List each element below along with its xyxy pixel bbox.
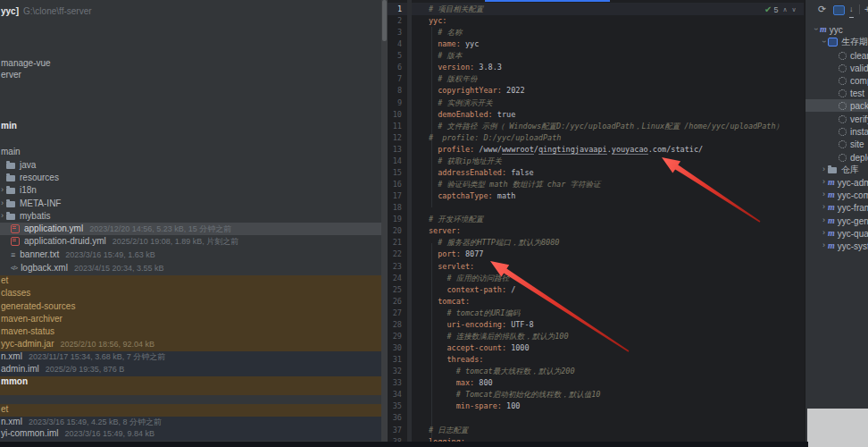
inspections-check-icon: ✔ bbox=[764, 4, 772, 14]
tree-row-et[interactable]: et bbox=[1, 403, 8, 416]
line-number: 5 bbox=[388, 51, 402, 60]
maven-row-validate[interactable]: validate bbox=[839, 62, 868, 74]
chevron-right-icon[interactable]: › bbox=[822, 178, 825, 186]
chevron-right-icon[interactable]: › bbox=[1, 186, 4, 194]
file-timestamp: 2025/2/9 19:35, 876 B bbox=[46, 365, 125, 374]
maven-row-test[interactable]: test bbox=[839, 87, 864, 99]
tree-row-label: yyc-admin.jar bbox=[1, 338, 54, 350]
tree-row-label: min bbox=[1, 120, 17, 132]
tree-row-erver[interactable]: erver bbox=[1, 69, 21, 81]
tree-row-min[interactable]: min bbox=[1, 120, 17, 132]
inspections-widget[interactable]: ✔ 5 ∧ ∨ bbox=[764, 4, 797, 15]
editor[interactable]: 1# 项目相关配置2yyc:3 # 名称4 name: yyc5 # 版本6 v… bbox=[388, 0, 804, 447]
tree-row-yyc-admin-jar[interactable]: yyc-admin.jar2025/2/10 18:56, 92.04 kB bbox=[1, 338, 154, 350]
code-text: captchaType: math bbox=[429, 191, 515, 200]
tree-row-banner-txt[interactable]: ≡banner.txt2023/3/16 15:49, 1.63 kB bbox=[11, 249, 155, 261]
chevron-right-icon[interactable]: › bbox=[822, 203, 825, 211]
folder-icon bbox=[6, 214, 15, 220]
maven-row-deploy[interactable]: deploy bbox=[839, 151, 868, 164]
yaml-file-icon bbox=[11, 224, 20, 233]
chevron-right-icon[interactable]: › bbox=[1, 212, 4, 220]
tree-row-meta-inf[interactable]: ›META-INF bbox=[1, 198, 61, 210]
code-line: 19# 开发环境配置 bbox=[388, 214, 804, 226]
maven-row-package[interactable]: package bbox=[839, 99, 868, 112]
line-number: 35 bbox=[388, 401, 402, 410]
line-number: 21 bbox=[388, 238, 402, 247]
key-token: demoEnabled: bbox=[438, 110, 492, 119]
chevron-down-icon[interactable]: › bbox=[812, 28, 820, 30]
refresh-maven-icon[interactable]: ⟳ bbox=[818, 4, 826, 15]
chevron-right-icon[interactable]: › bbox=[822, 216, 825, 224]
value-token: yyc bbox=[461, 39, 479, 48]
maven-row-yyc-quartz[interactable]: ›myyc-quartz bbox=[822, 227, 868, 240]
maven-row-compile[interactable]: compile bbox=[839, 74, 868, 87]
maven-row-仓库[interactable]: ›仓库 bbox=[822, 164, 859, 176]
tree-row-label: i18n bbox=[20, 184, 37, 197]
maven-row-生存期[interactable]: ›生存期 bbox=[822, 36, 868, 48]
line-number: 27 bbox=[388, 308, 402, 317]
line-number: 1 bbox=[388, 4, 402, 13]
tree-row-application-druid-yml[interactable]: application-druid.yml2025/2/10 19:08, 1.… bbox=[11, 235, 238, 248]
value-token bbox=[429, 110, 438, 119]
chevron-right-icon[interactable]: › bbox=[822, 190, 825, 198]
line-number: 36 bbox=[388, 413, 402, 422]
maven-row-clean[interactable]: clean bbox=[839, 49, 868, 62]
tree-row-java[interactable]: java bbox=[6, 159, 36, 172]
chevron-right-icon[interactable]: › bbox=[1, 199, 4, 207]
code-text: # Tomcat启动初始化的线程数，默认值10 bbox=[429, 390, 600, 401]
tree-row-maven-archiver[interactable]: maven-archiver bbox=[1, 313, 63, 325]
tree-row-manage-vue[interactable]: manage-vue bbox=[1, 57, 51, 70]
tree-row-mmon[interactable]: mmon bbox=[1, 375, 28, 388]
code-line: 23 servlet: bbox=[388, 261, 804, 274]
maven-row-install[interactable]: install bbox=[839, 125, 868, 138]
file-timestamp: 2025/2/10 19:08, 1.89 kB, 片刻之前 bbox=[113, 236, 239, 248]
tree-row-yi-common-iml[interactable]: yi-common.iml2023/3/16 15:49, 9.84 kB bbox=[1, 427, 154, 440]
next-problem-icon[interactable]: ∨ bbox=[792, 6, 797, 13]
line-number: 2 bbox=[388, 16, 402, 25]
tree-row-label: logback.xml bbox=[21, 262, 68, 274]
tree-row-admin-iml[interactable]: admin.iml2025/2/9 19:35, 876 B bbox=[1, 363, 124, 375]
value-token bbox=[429, 332, 447, 341]
maven-row-yyc-common[interactable]: ›myyc-common bbox=[822, 189, 868, 201]
tree-row-main[interactable]: main bbox=[1, 146, 21, 158]
maven-row-yyc-system[interactable]: ›myyc-system bbox=[822, 240, 868, 252]
line-number: 32 bbox=[388, 367, 402, 375]
tree-row-n-xml[interactable]: n.xml2023/3/16 15:49, 4.25 kB, 8 分钟之前 bbox=[1, 416, 162, 428]
maven-row-yyc[interactable]: ›myyc bbox=[814, 23, 843, 36]
modules-icon[interactable] bbox=[833, 5, 845, 15]
maven-row-verify[interactable]: verify bbox=[839, 113, 868, 125]
maven-row-yyc-admin[interactable]: ›myyc-admin bbox=[822, 176, 868, 189]
chevron-down-icon[interactable]: › bbox=[820, 40, 828, 43]
tree-row-logback-xml[interactable]: </>logback.xml2023/4/15 20:34, 3.55 kB bbox=[11, 262, 164, 274]
folder-icon bbox=[6, 175, 15, 181]
key-token: yyc: bbox=[429, 16, 447, 25]
tree-row-resources[interactable]: resources bbox=[6, 172, 59, 184]
file-timestamp: 2023/4/15 20:34, 3.55 kB bbox=[74, 264, 164, 273]
gear-icon bbox=[839, 77, 847, 85]
maven-row-site[interactable]: site bbox=[839, 138, 864, 150]
tree-row-application-yml[interactable]: application.yml2023/12/20 14:56, 5.23 kB… bbox=[11, 223, 231, 235]
maven-row-label: 生存期 bbox=[841, 36, 868, 48]
chevron-right-icon[interactable]: › bbox=[822, 165, 825, 173]
tree-row-mybatis[interactable]: ›mybatis bbox=[1, 210, 50, 223]
code-line: 11 # 文件路径 示例（ Windows配置D:/yyc/uploadPath… bbox=[388, 121, 804, 133]
maven-row-yyc-generator[interactable]: ›myyc-generator bbox=[822, 215, 868, 227]
maven-row-yyc-framework[interactable]: ›myyc-framework bbox=[822, 201, 868, 214]
chevron-right-icon[interactable]: › bbox=[822, 241, 825, 249]
project-panel-scrollbar-thumb[interactable] bbox=[382, 0, 387, 41]
project-name: yyc] bbox=[1, 6, 19, 16]
code-text: context-path: / bbox=[429, 285, 515, 294]
code-line: 3 # 名称 bbox=[388, 27, 804, 39]
tree-row-maven-status[interactable]: maven-status bbox=[1, 325, 54, 338]
chevron-right-icon[interactable]: › bbox=[822, 229, 825, 237]
tree-row-et[interactable]: et bbox=[1, 274, 8, 287]
add-maven-project-icon[interactable]: + bbox=[864, 4, 868, 15]
prev-problem-icon[interactable]: ∧ bbox=[782, 6, 787, 13]
download-sources-icon[interactable]: ↓ bbox=[849, 5, 854, 18]
gear-icon bbox=[839, 64, 847, 72]
project-panel-scrollbar[interactable] bbox=[381, 0, 388, 447]
tree-row-generated-sources[interactable]: generated-sources bbox=[1, 300, 75, 313]
tree-row-i18n[interactable]: ›i18n bbox=[1, 184, 37, 197]
tree-row-n-xml[interactable]: n.xml2023/11/17 15:34, 3.68 kB, 7 分钟之前 bbox=[1, 350, 165, 363]
tree-row-classes[interactable]: classes bbox=[1, 287, 30, 299]
